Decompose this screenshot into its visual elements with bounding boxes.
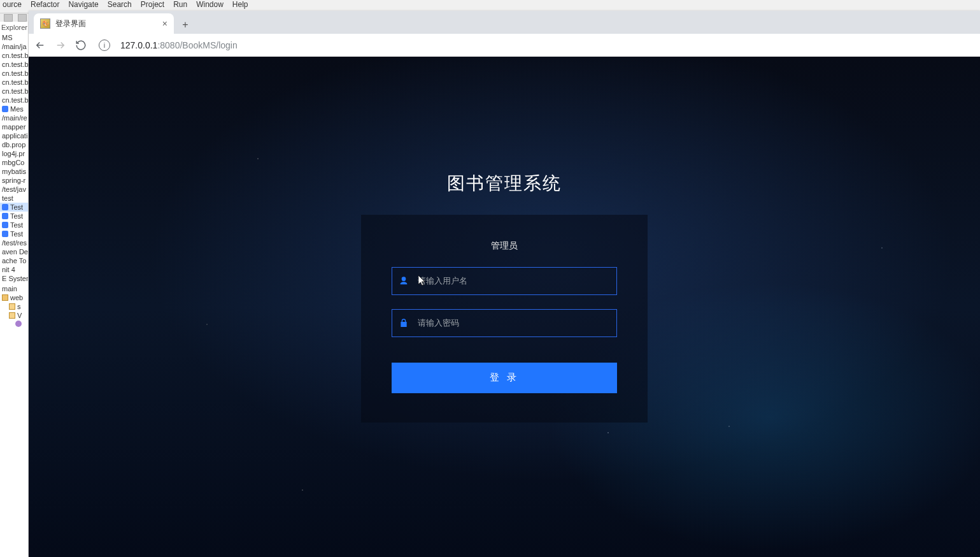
- file-icon: [2, 231, 8, 237]
- explorer-item[interactable]: mybatis: [0, 167, 28, 176]
- explorer-item-label: cn.test.b: [2, 96, 29, 104]
- explorer-item[interactable]: mapper: [0, 122, 28, 131]
- explorer-item[interactable]: Test: [0, 212, 28, 221]
- forward-button[interactable]: [54, 39, 67, 52]
- explorer-item-label: main: [2, 285, 17, 293]
- explorer-item[interactable]: applicati: [0, 131, 28, 140]
- menu-item[interactable]: Project: [141, 0, 164, 9]
- username-field-wrap: [392, 267, 617, 295]
- explorer-item[interactable]: nit 4: [0, 265, 28, 274]
- file-icon: [2, 222, 8, 228]
- toolstrip-icon[interactable]: [4, 14, 13, 22]
- explorer-item-label: web: [10, 294, 23, 301]
- login-wrap: 图书管理系统 管理员 登 录: [361, 171, 648, 423]
- explorer-item-label: /main/re: [2, 114, 27, 122]
- url-text[interactable]: 127.0.0.1:8080/BookMS/login: [120, 40, 238, 50]
- explorer-item[interactable]: ache To: [0, 256, 28, 265]
- explorer-item[interactable]: /test/res: [0, 238, 28, 247]
- explorer-item[interactable]: Test: [0, 221, 28, 229]
- explorer-item[interactable]: mbgCo: [0, 158, 28, 167]
- explorer-item-label: MS: [2, 34, 13, 41]
- close-icon[interactable]: ×: [162, 18, 167, 29]
- explorer-item-label: spring-r: [2, 177, 25, 184]
- explorer-item-label: cn.test.b: [2, 61, 29, 68]
- role-label: 管理员: [392, 240, 617, 252]
- explorer-item[interactable]: aven De: [0, 247, 28, 256]
- explorer-item[interactable]: web: [0, 293, 28, 302]
- explorer-item-label: mapper: [2, 123, 25, 131]
- explorer-item[interactable]: cn.test.b: [0, 96, 28, 105]
- explorer-item-label: /test/jav: [2, 185, 26, 193]
- explorer-item[interactable]: db.prop: [0, 140, 28, 149]
- explorer-item-label: Test: [10, 212, 23, 220]
- lock-icon: [399, 318, 409, 328]
- username-input[interactable]: [392, 267, 617, 295]
- password-field-wrap: [392, 309, 617, 337]
- explorer-item-label: /main/ja: [2, 43, 27, 50]
- explorer-tree[interactable]: MS/main/jacn.test.bcn.test.bcn.test.bcn.…: [0, 33, 28, 328]
- explorer-item-label: cn.test.b: [2, 69, 29, 77]
- explorer-item-label: Test: [10, 203, 23, 211]
- explorer-item[interactable]: V: [0, 311, 28, 320]
- explorer-item[interactable]: cn.test.b: [0, 60, 28, 69]
- explorer-item-label: Mes: [10, 105, 24, 113]
- explorer-item-label: db.prop: [2, 141, 25, 148]
- explorer-item[interactable]: cn.test.b: [0, 87, 28, 96]
- file-icon: [2, 204, 8, 210]
- file-icon: [2, 294, 8, 301]
- url-host: 127.0.0.1: [120, 40, 157, 50]
- explorer-item-label: test: [2, 194, 13, 202]
- explorer-item-label: applicati: [2, 132, 27, 140]
- explorer-item[interactable]: spring-r: [0, 176, 28, 185]
- menu-item[interactable]: Navigate: [68, 0, 98, 9]
- explorer-item-label: s: [17, 303, 21, 310]
- explorer-item-label: cn.test.b: [2, 87, 29, 95]
- explorer-item[interactable]: cn.test.b: [0, 69, 28, 78]
- explorer-item-label: Test: [10, 221, 23, 229]
- explorer-item-label: cn.test.b: [2, 52, 29, 59]
- explorer-item-label: cn.test.b: [2, 78, 29, 86]
- explorer-item[interactable]: E System: [0, 274, 28, 283]
- user-icon: [399, 276, 409, 286]
- explorer-item[interactable]: /main/re: [0, 113, 28, 122]
- file-icon: [15, 321, 22, 327]
- login-button[interactable]: 登 录: [392, 363, 617, 393]
- password-input[interactable]: [392, 309, 617, 337]
- menu-item[interactable]: ource: [3, 0, 22, 9]
- explorer-item[interactable]: [0, 320, 28, 328]
- explorer-item[interactable]: test: [0, 194, 28, 203]
- toolstrip-icon[interactable]: [18, 14, 27, 22]
- menu-item[interactable]: Window: [196, 0, 224, 9]
- reload-button[interactable]: [75, 39, 87, 52]
- explorer-item[interactable]: /test/jav: [0, 185, 28, 194]
- new-tab-button[interactable]: +: [176, 16, 194, 34]
- explorer-item[interactable]: cn.test.b: [0, 51, 28, 60]
- explorer-item[interactable]: s: [0, 302, 28, 311]
- menu-item[interactable]: Search: [108, 0, 132, 9]
- explorer-item[interactable]: MS: [0, 33, 28, 42]
- back-button[interactable]: [34, 39, 46, 52]
- explorer-item[interactable]: cn.test.b: [0, 78, 28, 87]
- explorer-title: Explorer: [0, 22, 28, 33]
- site-info-icon[interactable]: i: [99, 40, 110, 51]
- explorer-item[interactable]: main: [0, 284, 28, 293]
- explorer-item-label: nit 4: [2, 266, 15, 273]
- explorer-item[interactable]: log4j.pr: [0, 149, 28, 158]
- address-bar: i 127.0.0.1:8080/BookMS/login: [29, 34, 980, 57]
- explorer-item-label: mbgCo: [2, 159, 24, 166]
- menu-item[interactable]: Run: [173, 0, 187, 9]
- menu-item[interactable]: Refactor: [31, 0, 59, 9]
- explorer-item-label: ache To: [2, 257, 26, 264]
- url-port: :8080: [157, 40, 180, 50]
- file-icon: [2, 106, 8, 112]
- browser-window: 🎨 登录界面 × + i 127.0.0.1:8080/BookMS/login…: [29, 11, 980, 557]
- explorer-item-label: aven De: [2, 248, 28, 256]
- explorer-item[interactable]: Test: [0, 229, 28, 238]
- browser-tab[interactable]: 🎨 登录界面 ×: [34, 13, 174, 34]
- explorer-item[interactable]: Mes: [0, 105, 28, 113]
- favicon-icon: 🎨: [40, 18, 50, 29]
- explorer-item[interactable]: Test: [0, 203, 28, 212]
- explorer-item[interactable]: /main/ja: [0, 42, 28, 51]
- file-icon: [9, 312, 15, 319]
- menu-item[interactable]: Help: [232, 0, 248, 9]
